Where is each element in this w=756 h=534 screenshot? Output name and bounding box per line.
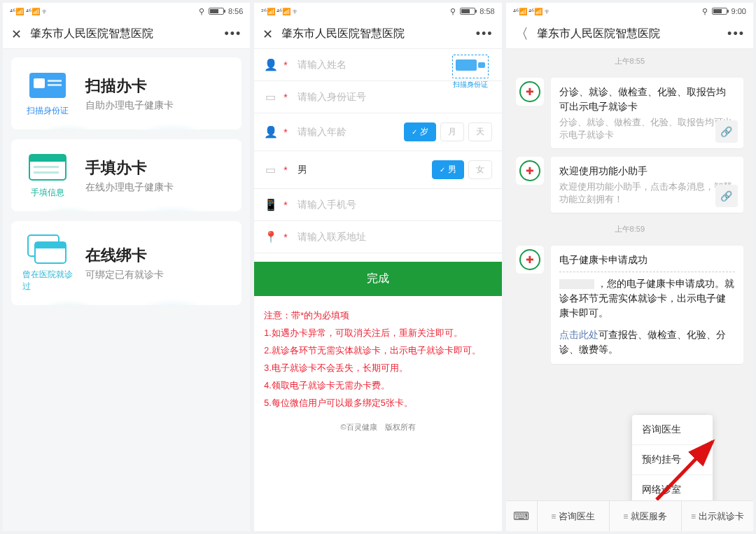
msg-sub: 分诊、就诊、做检查、化验、取报告均可出示电子就诊卡 — [559, 117, 735, 141]
screen-card-options: ⁴⁶📶 ⁴⁶📶 ᯤ ⚲8:56 ✕ 肇东市人民医院智慧医院 ••• 扫描身份证 … — [3, 3, 250, 531]
popup-menu: 咨询医生 预约挂号 网络诊室 — [632, 415, 713, 505]
idcard-form-icon — [27, 152, 69, 183]
option-manual-card[interactable]: 手填信息 手填办卡 在线办理电子健康卡 — [11, 139, 241, 211]
gender-value: 男 — [298, 164, 425, 176]
timestamp: 上午8:55 — [506, 49, 753, 73]
person-icon: 👤 — [264, 125, 276, 139]
signal-icon: ⁴⁶📶 ⁴⁶📶 ᯤ — [513, 8, 552, 15]
field-phone: 📱* 请输入手机号 — [254, 189, 501, 221]
option-bind-card[interactable]: 曾在医院就诊过 在线绑卡 可绑定已有就诊卡 — [11, 221, 241, 305]
menu-item-consult[interactable]: 咨询医生 — [632, 415, 713, 445]
submit-button[interactable]: 完成 — [254, 262, 501, 296]
phone-input[interactable]: 请输入手机号 — [298, 199, 492, 211]
address-input[interactable]: 请输入联系地址 — [298, 231, 492, 244]
avatar — [516, 246, 544, 274]
svg-rect-11 — [35, 242, 66, 248]
bt-icon: ⚲ — [702, 7, 708, 16]
page-title: 肇东市人民医院智慧医院 — [281, 27, 475, 41]
more-icon[interactable]: ••• — [224, 27, 241, 41]
option-heading: 手填办卡 — [85, 157, 174, 178]
field-idnum: ▭* 请输入身份证号 — [254, 81, 501, 113]
svg-rect-6 — [34, 166, 59, 168]
redacted-name — [559, 279, 594, 289]
option-sub: 在线办理电子健康卡 — [85, 181, 174, 194]
battery-icon — [712, 8, 727, 15]
msg-body: ，您的电子健康卡申请成功。就诊各环节无需实体就诊卡，出示电子健康卡即可。 — [559, 276, 735, 321]
bt-icon: ⚲ — [450, 7, 456, 16]
svg-rect-1 — [34, 78, 45, 88]
msg-title: 欢迎使用功能小助手 — [559, 164, 735, 178]
more-icon[interactable]: ••• — [727, 27, 745, 41]
pin-icon: 📍 — [264, 230, 276, 244]
chat-message[interactable]: 欢迎使用功能小助手 欢迎使用功能小助手，点击本条消息，智慧功能立刻拥有！ 🔗 — [506, 153, 753, 217]
bottom-tab-service[interactable]: 就医服务 — [609, 501, 681, 531]
gender-female[interactable]: 女 — [468, 160, 492, 179]
field-age: 👤* 请输入年龄 岁 月 天 — [254, 113, 501, 151]
clock: 8:56 — [228, 7, 243, 15]
title-bar: ✕ 肇东市人民医院智慧医院 ••• — [254, 20, 501, 49]
status-bar: ²⁶📶 ⁴⁶📶 ᯤ ⚲8:58 — [254, 3, 501, 20]
gender-male[interactable]: 男 — [432, 160, 464, 179]
menu-item-appointment[interactable]: 预约挂号 — [632, 445, 713, 475]
option-heading: 在线绑卡 — [85, 245, 164, 266]
card-icon: ▭ — [264, 163, 276, 176]
link-icon: 🔗 — [715, 185, 738, 207]
screen-chat: ⁴⁶📶 ⁴⁶📶 ᯤ ⚲9:00 〈 肇东市人民医院智慧医院 ••• 上午8:55… — [506, 3, 753, 531]
id-input[interactable]: 请输入身份证号 — [298, 91, 492, 104]
page-title: 肇东市人民医院智慧医院 — [537, 27, 727, 41]
field-address: 📍* 请输入联系地址 — [254, 221, 501, 253]
bottom-tab-consult[interactable]: 咨询医生 — [537, 501, 609, 531]
option-heading: 扫描办卡 — [85, 76, 174, 97]
copyright: ©百灵健康 版权所有 — [254, 412, 501, 442]
clock: 8:58 — [479, 7, 494, 15]
signal-icon: ⁴⁶📶 ⁴⁶📶 ᯤ — [10, 8, 49, 15]
svg-rect-3 — [48, 84, 62, 86]
status-bar: ⁴⁶📶 ⁴⁶📶 ᯤ ⚲8:56 — [3, 3, 250, 20]
bottom-bar: ⌨ 咨询医生 就医服务 出示就诊卡 — [506, 500, 753, 531]
bottom-tab-showcard[interactable]: 出示就诊卡 — [681, 501, 753, 531]
avatar — [516, 78, 544, 106]
card-icon: ▭ — [264, 90, 276, 104]
close-icon[interactable]: ✕ — [262, 27, 273, 42]
idcard-scan-icon — [27, 70, 69, 101]
status-bar: ⁴⁶📶 ⁴⁶📶 ᯤ ⚲9:00 — [506, 3, 753, 20]
battery-icon — [209, 8, 224, 15]
option-sub: 自助办理电子健康卡 — [85, 99, 174, 112]
field-name: 👤* 请输入姓名 扫描身份证 — [254, 49, 501, 81]
age-unit-month[interactable]: 月 — [440, 122, 464, 141]
svg-rect-2 — [48, 80, 62, 82]
msg-title: 电子健康卡申请成功 — [559, 253, 735, 267]
signal-icon: ²⁶📶 ⁴⁶📶 ᯤ — [261, 8, 300, 15]
option-scan-card[interactable]: 扫描身份证 扫描办卡 自助办理电子健康卡 — [11, 57, 241, 129]
back-icon[interactable]: 〈 — [514, 24, 528, 43]
title-bar: ✕ 肇东市人民医院智慧医院 ••• — [3, 20, 250, 49]
more-icon[interactable]: ••• — [476, 27, 493, 41]
age-unit-year[interactable]: 岁 — [404, 122, 436, 141]
notes-block: 注意：带*的为必填项 1.如遇办卡异常，可取消关注后，重新关注即可。 2.就诊各… — [254, 307, 501, 412]
svg-rect-7 — [34, 171, 59, 174]
close-icon[interactable]: ✕ — [11, 27, 22, 42]
age-unit-day[interactable]: 天 — [468, 122, 492, 141]
clock: 9:00 — [732, 7, 746, 15]
phone-icon: 📱 — [264, 198, 276, 211]
msg-link-line: 点击此处可查报告、做检查、化验、分诊、缴费等。 — [559, 328, 735, 357]
field-gender: ▭* 男 男 女 — [254, 151, 501, 189]
bt-icon: ⚲ — [199, 7, 204, 16]
chat-message[interactable]: 电子健康卡申请成功 ，您的电子健康卡申请成功。就诊各环节无需实体就诊卡，出示电子… — [506, 241, 753, 368]
idcard-bind-icon — [27, 234, 69, 265]
keyboard-icon[interactable]: ⌨ — [506, 510, 537, 523]
svg-rect-5 — [29, 155, 66, 162]
option-sub: 可绑定已有就诊卡 — [85, 269, 164, 281]
screen-form: ²⁶📶 ⁴⁶📶 ᯤ ⚲8:58 ✕ 肇东市人民医院智慧医院 ••• 👤* 请输入… — [254, 3, 501, 531]
timestamp: 上午8:59 — [506, 217, 753, 241]
page-title: 肇东市人民医院智慧医院 — [30, 27, 224, 41]
chat-message[interactable]: 分诊、就诊、做检查、化验、取报告均可出示电子就诊卡 分诊、就诊、做检查、化验、取… — [506, 73, 753, 153]
title-bar: 〈 肇东市人民医院智慧医院 ••• — [506, 20, 753, 49]
person-icon: 👤 — [264, 58, 276, 71]
msg-title: 分诊、就诊、做检查、化验、取报告均可出示电子就诊卡 — [559, 85, 735, 114]
age-input[interactable]: 请输入年龄 — [298, 126, 397, 139]
link-icon: 🔗 — [715, 120, 738, 143]
avatar — [516, 157, 544, 185]
msg-sub: 欢迎使用功能小助手，点击本条消息，智慧功能立刻拥有！ — [559, 181, 735, 206]
battery-icon — [460, 8, 475, 15]
